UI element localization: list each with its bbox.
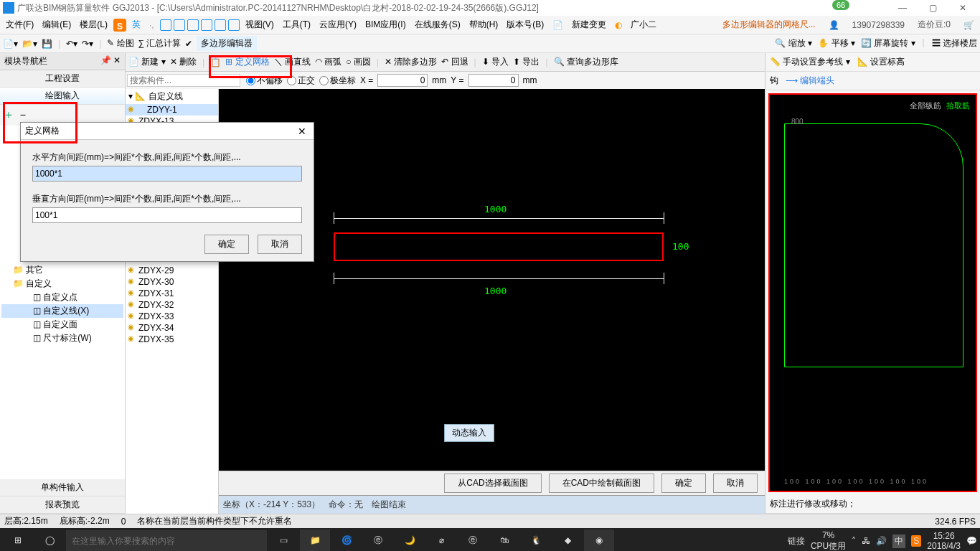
radio-ortho[interactable]: 正交 <box>287 75 315 87</box>
cancel-button[interactable]: 取消 <box>713 474 758 493</box>
draw-cad-button[interactable]: 在CAD中绘制截面图 <box>549 474 654 493</box>
v-input[interactable] <box>32 207 302 223</box>
ime-face-icon[interactable] <box>160 19 171 31</box>
ime-skin-icon[interactable] <box>201 19 212 31</box>
ime-kbd-icon[interactable] <box>187 19 199 31</box>
taskbar-search[interactable] <box>66 530 267 551</box>
cart-icon[interactable]: 🛒 <box>961 19 977 32</box>
menu-edit[interactable]: 编辑(E) <box>39 17 74 32</box>
ok-button[interactable]: 确定 <box>661 474 706 493</box>
menu-floor[interactable]: 楼层(L) <box>77 17 110 32</box>
pin-icon[interactable]: 📌 ✕ <box>100 55 121 67</box>
menu-online[interactable]: 在线服务(S) <box>412 17 463 32</box>
menu-tool[interactable]: 工具(T) <box>280 17 314 32</box>
hook-button[interactable]: 钩 <box>770 75 778 87</box>
maximize-button[interactable]: ▢ <box>918 0 947 16</box>
tb-notif-icon[interactable]: 💬 <box>966 536 977 546</box>
minus-button[interactable]: － <box>17 108 29 123</box>
draw-input-button[interactable]: 绘图输入 <box>0 88 125 105</box>
tree-item[interactable]: 📁 其它 <box>1 263 123 277</box>
tb-up-icon[interactable]: ˄ <box>852 536 856 546</box>
task-folder-icon[interactable]: 📁 <box>300 529 330 551</box>
new-icon[interactable]: 📄▾ <box>3 39 18 49</box>
tree-item[interactable]: ◫ 尺寸标注(W) <box>1 331 123 345</box>
dialog-close-button[interactable]: ✕ <box>295 126 309 137</box>
draw-circle-button[interactable]: ○ 画圆 <box>346 56 371 68</box>
task-app1-icon[interactable]: 🌀 <box>331 529 362 551</box>
tree-item[interactable]: ◫ 自定义面 <box>1 318 123 331</box>
tb-sogou-icon[interactable]: S <box>911 535 921 547</box>
rotate-tool[interactable]: 🔄 屏幕旋转 ▾ <box>861 37 915 50</box>
radio-nooffset[interactable]: 不偏移 <box>246 75 283 87</box>
pan-tool[interactable]: ✋ 平移 ▾ <box>818 37 855 50</box>
menu-bim[interactable]: BIM应用(I) <box>362 17 409 32</box>
redo-icon[interactable]: ↷▾ <box>82 39 93 49</box>
menu-view[interactable]: 视图(V) <box>242 17 277 32</box>
ime-mic-icon[interactable] <box>174 19 185 31</box>
set-mark-button[interactable]: 📐 设置标高 <box>857 56 905 68</box>
radio-polar[interactable]: 极坐标 <box>319 75 356 87</box>
list-item[interactable]: ZDYX-35 <box>126 334 218 345</box>
dialog-ok-button[interactable]: 确定 <box>204 235 249 254</box>
list-item[interactable]: ZDYX-32 <box>126 299 218 311</box>
list-item[interactable]: ZDYX-34 <box>126 322 218 334</box>
tb-vol-icon[interactable]: 🔊 <box>876 536 887 546</box>
tree-item[interactable]: ◫ 自定义线(X) <box>1 304 123 318</box>
menu-help[interactable]: 帮助(H) <box>466 17 501 32</box>
check-icon[interactable]: ✔ <box>185 39 192 49</box>
sum-tool[interactable]: ∑ 汇总计算 <box>138 37 182 50</box>
right-canvas[interactable]: 全部纵筋 拾取筋 800 100 100 100 100 100 100 100 <box>768 93 977 492</box>
undo-icon[interactable]: ↶▾ <box>66 39 77 49</box>
close-button[interactable]: ✕ <box>948 0 977 16</box>
zoom-tool[interactable]: 🔍 缩放 ▾ <box>775 37 812 50</box>
ime-tool-icon[interactable] <box>215 19 226 31</box>
start-button[interactable]: ⊞ <box>3 529 33 551</box>
task-ie-icon[interactable]: ⓔ <box>458 529 488 551</box>
y-input[interactable] <box>468 74 519 87</box>
user-name[interactable]: 广小二 <box>628 17 659 32</box>
sogou-icon[interactable]: S <box>113 19 126 32</box>
taskview-icon[interactable]: ▭ <box>268 529 298 551</box>
task-app2-icon[interactable]: 🌙 <box>395 529 425 551</box>
dynamic-input-button[interactable]: 动态输入 <box>444 424 494 442</box>
task-ggj-icon[interactable]: ◉ <box>584 529 614 551</box>
single-comp-button[interactable]: 单构件输入 <box>0 479 125 496</box>
new-change[interactable]: 新建变更 <box>569 17 609 32</box>
project-settings-button[interactable]: 工程设置 <box>0 70 125 88</box>
menu-version[interactable]: 版本号(B) <box>504 17 547 32</box>
copy-icon[interactable]: 📋 <box>210 57 221 67</box>
dialog-cancel-button[interactable]: 取消 <box>258 235 302 254</box>
undo-button[interactable]: ↶ 回退 <box>441 56 468 68</box>
import-button[interactable]: ⬇ 导入 <box>482 56 509 68</box>
query-button[interactable]: 🔍 查询多边形库 <box>554 56 618 68</box>
search-input[interactable] <box>127 74 240 87</box>
cortana-icon[interactable]: ◯ <box>34 529 65 551</box>
minimize-button[interactable]: — <box>888 0 917 16</box>
define-grid-button[interactable]: ⊞ 定义网格 <box>225 56 269 68</box>
new-button[interactable]: 📄 新建 ▾ <box>128 56 166 68</box>
poly-editor-tab[interactable]: 多边形编辑器 <box>197 36 257 51</box>
task-edge-icon[interactable]: ⓔ <box>363 529 393 551</box>
export-button[interactable]: ⬆ 导出 <box>513 56 540 68</box>
list-item[interactable]: ZDYX-33 <box>126 311 218 322</box>
set-refline-button[interactable]: 📏 手动设置参考线 ▾ <box>770 56 850 68</box>
x-input[interactable] <box>377 74 428 87</box>
draw-line-button[interactable]: ＼ 画直线 <box>274 56 311 68</box>
menu-cloud[interactable]: 云应用(Y) <box>316 17 359 32</box>
task-qq-icon[interactable]: 🐧 <box>521 529 551 551</box>
ime-set-icon[interactable] <box>228 19 240 31</box>
ime-punct[interactable]: ·, <box>146 19 157 32</box>
open-icon[interactable]: 📂▾ <box>22 39 37 49</box>
menu-file[interactable]: 文件(F) <box>3 17 37 32</box>
plus-button[interactable]: ＋ <box>3 108 14 123</box>
select-floor[interactable]: ☰ 选择楼层 <box>932 37 977 50</box>
list-item[interactable]: ZDYX-31 <box>126 288 218 299</box>
from-cad-button[interactable]: 从CAD选择截面图 <box>444 474 541 493</box>
tb-conn[interactable]: 链接 <box>788 535 805 547</box>
clear-poly-button[interactable]: ✕ 清除多边形 <box>385 56 437 68</box>
tree-item[interactable]: ◫ 自定义点 <box>1 291 123 304</box>
save-icon[interactable]: 💾 <box>42 39 52 49</box>
delete-button[interactable]: ✕ 删除 <box>170 56 197 68</box>
draw-tool[interactable]: ✎ 绘图 <box>107 37 133 50</box>
list-item[interactable]: ZDYX-29 <box>126 265 218 276</box>
